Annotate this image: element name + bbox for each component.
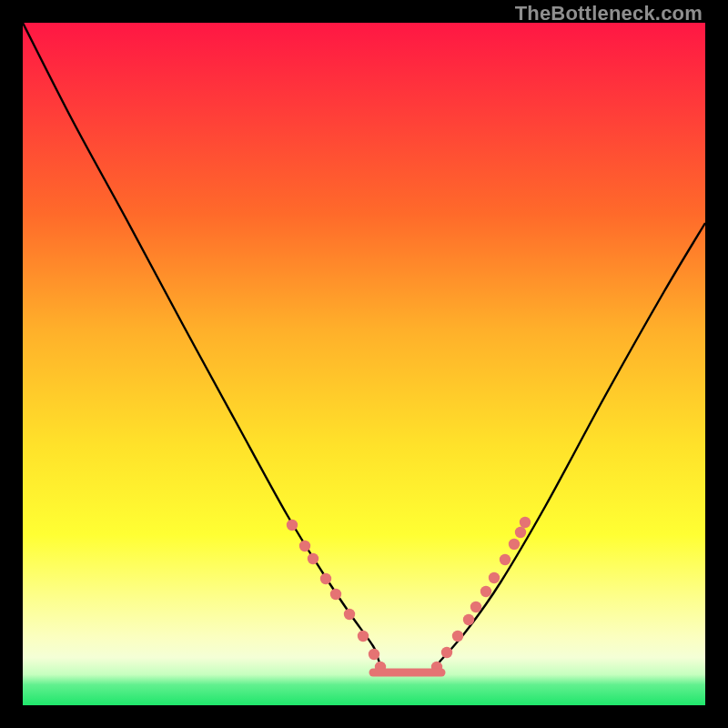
data-marker-dot: [509, 539, 520, 550]
bottleneck-chart: [23, 23, 705, 705]
data-marker-dot: [500, 554, 511, 565]
data-marker-dot: [344, 609, 355, 620]
data-marker-dot: [299, 541, 310, 551]
data-marker-dot: [470, 602, 481, 612]
data-marker-dot: [358, 631, 369, 642]
data-marker-dot: [520, 517, 531, 528]
chart-plot-area: [23, 23, 705, 705]
gradient-background: [23, 23, 705, 705]
data-marker-dot: [463, 614, 474, 625]
data-marker-dot: [515, 527, 526, 538]
data-marker-dot: [320, 573, 331, 584]
data-marker-dot: [287, 520, 298, 531]
data-marker-dot: [480, 586, 491, 597]
data-marker-dot: [369, 649, 379, 660]
data-marker-dot: [308, 553, 318, 564]
data-marker-dot: [441, 647, 452, 658]
watermark-text: TheBottleneck.com: [515, 2, 703, 25]
data-marker-dot: [452, 631, 463, 642]
data-marker-dot: [330, 589, 341, 600]
data-marker-dot: [489, 572, 500, 583]
